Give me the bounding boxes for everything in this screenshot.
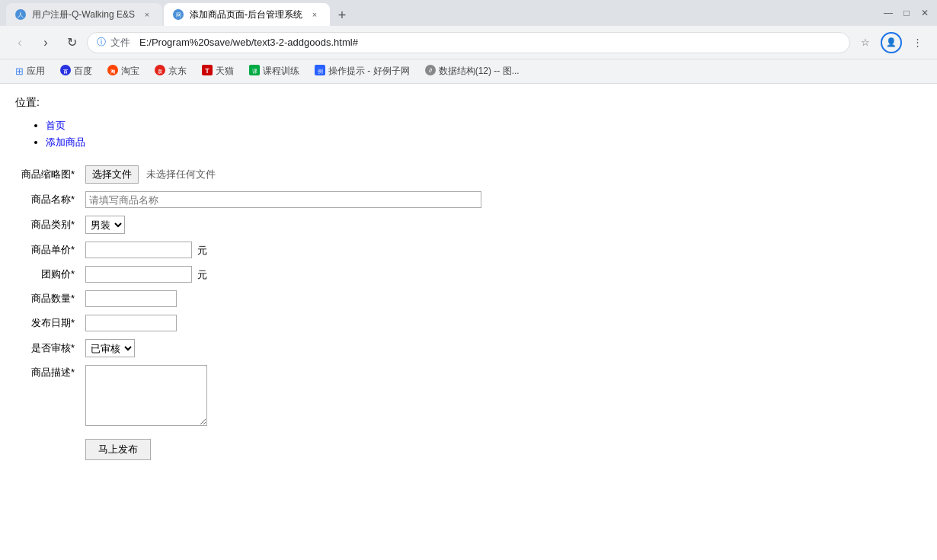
bookmark-course-label: 课程训练 bbox=[263, 65, 299, 78]
group-price-input[interactable] bbox=[85, 266, 192, 283]
tab-add-goods[interactable]: 网 添加商品页面-后台管理系统 × bbox=[164, 3, 330, 26]
tianmao-icon: T bbox=[202, 65, 213, 78]
tabs-area: 人 用户注册-Q-Walking E&S × 网 添加商品页面-后台管理系统 ×… bbox=[6, 0, 353, 26]
breadcrumb-addgoods-item: 添加商品 bbox=[46, 136, 922, 149]
bookmark-jd-label: 京东 bbox=[168, 65, 187, 78]
breadcrumb-label: 位置: bbox=[15, 96, 40, 108]
bookmark-baidu-label: 百度 bbox=[74, 65, 92, 78]
profile-button[interactable]: 👤 bbox=[881, 32, 902, 53]
breadcrumb-home-link[interactable]: 首页 bbox=[46, 120, 66, 131]
review-row: 是否审核* 已审核 bbox=[15, 335, 488, 361]
description-textarea[interactable] bbox=[85, 365, 207, 426]
taobao-icon: 淘 bbox=[107, 65, 118, 78]
bookmark-star-button[interactable]: ☆ bbox=[855, 32, 876, 53]
review-field: 已审核 bbox=[79, 335, 488, 361]
tab1-favicon: 人 bbox=[15, 9, 26, 20]
jd-icon: 京 bbox=[155, 65, 165, 78]
bookmark-example[interactable]: 例 操作提示 - 好例子网 bbox=[309, 62, 416, 80]
page-content: 位置: 首页 添加商品 商品缩略图* 选择文件 未选择任何文件 bbox=[0, 84, 937, 560]
svg-text:课: 课 bbox=[252, 69, 257, 74]
bookmark-tianmao[interactable]: T 天猫 bbox=[196, 62, 240, 80]
publish-date-row: 发布日期* bbox=[15, 311, 488, 335]
svg-text:例: 例 bbox=[318, 69, 323, 74]
publish-date-input[interactable] bbox=[85, 315, 177, 331]
quantity-field bbox=[79, 286, 488, 311]
description-field bbox=[79, 361, 488, 432]
browser-window: 人 用户注册-Q-Walking E&S × 网 添加商品页面-后台管理系统 ×… bbox=[0, 0, 937, 560]
tab1-label: 用户注册-Q-Walking E&S bbox=[32, 8, 135, 21]
svg-text:人: 人 bbox=[18, 11, 24, 18]
choose-file-button[interactable]: 选择文件 bbox=[85, 165, 139, 184]
tab2-favicon: 网 bbox=[173, 9, 184, 20]
submit-button[interactable]: 马上发布 bbox=[85, 439, 151, 460]
address-bar: ‹ › ↻ ⓘ 文件 E:/Program%20save/web/text3-2… bbox=[0, 26, 937, 59]
new-tab-button[interactable]: + bbox=[331, 5, 353, 26]
window-controls: — □ ✕ bbox=[882, 7, 931, 19]
category-select[interactable]: 男装 bbox=[85, 216, 125, 234]
svg-text:T: T bbox=[205, 67, 209, 75]
tab2-label: 添加商品页面-后台管理系统 bbox=[190, 8, 302, 21]
submit-row: 马上发布 bbox=[15, 432, 488, 464]
refresh-button[interactable]: ↻ bbox=[61, 32, 82, 53]
close-window-button[interactable]: ✕ bbox=[919, 7, 931, 19]
name-label: 商品名称* bbox=[15, 187, 79, 212]
name-field bbox=[79, 187, 488, 212]
publish-date-field bbox=[79, 311, 488, 335]
publish-date-label: 发布日期* bbox=[15, 311, 79, 335]
category-field: 男装 bbox=[79, 212, 488, 238]
thumbnail-label: 商品缩略图* bbox=[15, 162, 79, 187]
submit-field: 马上发布 bbox=[79, 432, 488, 464]
review-select[interactable]: 已审核 bbox=[85, 339, 135, 357]
bookmark-datastructure[interactable]: ∂ 数据结构(12) -- 图... bbox=[419, 62, 526, 80]
review-label: 是否审核* bbox=[15, 335, 79, 361]
url-bar[interactable]: ⓘ 文件 E:/Program%20save/web/text3-2-addgo… bbox=[87, 32, 850, 53]
tab-user-register[interactable]: 人 用户注册-Q-Walking E&S × bbox=[6, 3, 162, 26]
title-bar: 人 用户注册-Q-Walking E&S × 网 添加商品页面-后台管理系统 ×… bbox=[0, 0, 937, 26]
breadcrumb-home-item: 首页 bbox=[46, 119, 922, 133]
bookmark-example-label: 操作提示 - 好例子网 bbox=[328, 65, 410, 78]
quantity-input[interactable] bbox=[85, 290, 177, 307]
thumbnail-row: 商品缩略图* 选择文件 未选择任何文件 bbox=[15, 162, 488, 187]
unit-price-label: 商品单价* bbox=[15, 238, 79, 262]
bookmark-apps[interactable]: ⊞ 应用 bbox=[9, 62, 51, 80]
file-status-text: 未选择任何文件 bbox=[146, 168, 216, 180]
bookmark-tianmao-label: 天猫 bbox=[216, 65, 234, 78]
bookmark-taobao-label: 淘宝 bbox=[121, 65, 139, 78]
product-name-input[interactable] bbox=[85, 191, 481, 208]
unit-price-unit: 元 bbox=[197, 245, 207, 256]
bookmark-baidu[interactable]: 百 百度 bbox=[54, 62, 98, 80]
category-row: 商品类别* 男装 bbox=[15, 212, 488, 238]
quantity-row: 商品数量* bbox=[15, 286, 488, 311]
bookmark-taobao[interactable]: 淘 淘宝 bbox=[101, 62, 146, 80]
bookmark-jd[interactable]: 京 京东 bbox=[149, 62, 193, 80]
description-label: 商品描述* bbox=[15, 361, 79, 432]
unit-price-row: 商品单价* 元 bbox=[15, 238, 488, 262]
category-label: 商品类别* bbox=[15, 212, 79, 238]
minimize-button[interactable]: — bbox=[882, 7, 894, 19]
group-price-label: 团购价* bbox=[15, 262, 79, 286]
unit-price-field: 元 bbox=[79, 238, 488, 262]
group-price-unit: 元 bbox=[197, 269, 207, 280]
apps-icon: ⊞ bbox=[15, 66, 24, 77]
forward-button[interactable]: › bbox=[35, 32, 56, 53]
maximize-button[interactable]: □ bbox=[900, 7, 913, 19]
datastructure-icon: ∂ bbox=[425, 65, 436, 78]
svg-text:京: 京 bbox=[158, 69, 163, 74]
browser-menu-button[interactable]: ⋮ bbox=[907, 32, 928, 53]
svg-text:∂: ∂ bbox=[429, 67, 432, 74]
unit-price-input[interactable] bbox=[85, 242, 192, 258]
add-goods-form: 商品缩略图* 选择文件 未选择任何文件 商品名称* 商品类别* bbox=[15, 162, 488, 464]
back-button[interactable]: ‹ bbox=[9, 32, 30, 53]
tab1-close-btn[interactable]: × bbox=[141, 8, 153, 21]
breadcrumb-addgoods-link[interactable]: 添加商品 bbox=[46, 136, 85, 148]
bookmark-course[interactable]: 课 课程训练 bbox=[243, 62, 305, 80]
breadcrumb-list: 首页 添加商品 bbox=[15, 119, 922, 149]
svg-text:百: 百 bbox=[63, 69, 69, 74]
lock-icon: ⓘ bbox=[97, 36, 106, 49]
bookmarks-bar: ⊞ 应用 百 百度 淘 淘宝 京 京东 T 天猫 bbox=[0, 59, 937, 84]
url-path: E:/Program%20save/web/text3-2-addgoods.h… bbox=[139, 37, 358, 48]
name-row: 商品名称* bbox=[15, 187, 488, 212]
bookmark-apps-label: 应用 bbox=[27, 65, 45, 78]
tab2-close-btn[interactable]: × bbox=[309, 8, 321, 21]
svg-text:网: 网 bbox=[175, 12, 181, 18]
